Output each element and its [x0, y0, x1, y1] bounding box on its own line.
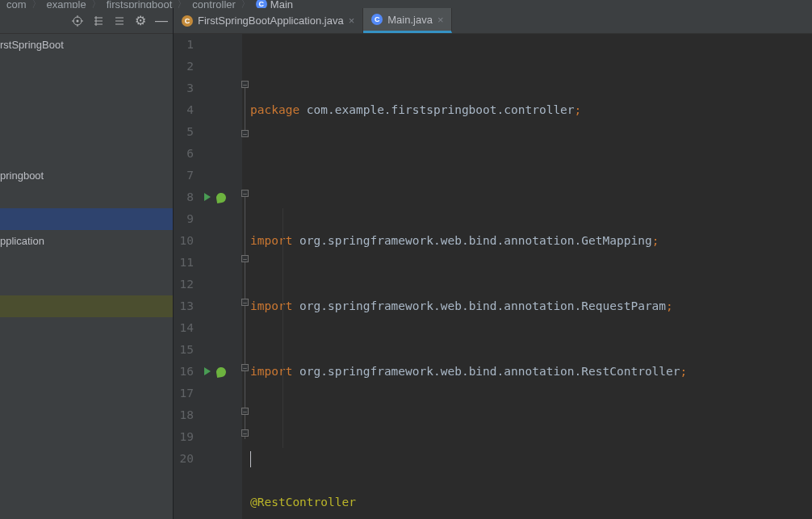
- tree-item: [0, 143, 173, 165]
- project-tree[interactable]: rstSpringBoot pringboot pplication: [0, 34, 173, 519]
- gutter-icons: [202, 34, 242, 519]
- class-icon: C: [182, 15, 193, 27]
- tree-item-active: [0, 295, 173, 317]
- fold-marker[interactable]: –: [241, 429, 249, 437]
- tree-item: [0, 56, 173, 77]
- fold-gutter[interactable]: – – – – – – – –: [242, 34, 250, 519]
- code-editor[interactable]: 12345 678910 1112131415 1617181920 – – –…: [174, 34, 812, 519]
- collapse-all-icon[interactable]: [113, 15, 126, 27]
- code-content[interactable]: package com.example.firstspringboot.cont…: [250, 34, 812, 519]
- close-icon[interactable]: ×: [437, 14, 444, 26]
- hide-icon[interactable]: —: [155, 15, 168, 27]
- editor-area: C FirstSpringBootApplication.java × C Ma…: [174, 8, 812, 519]
- tree-item: [0, 186, 173, 208]
- class-icon: C: [371, 14, 383, 25]
- breadcrumb: com 〉 example 〉 firstspringboot 〉 contro…: [0, 0, 812, 8]
- locate-icon[interactable]: [71, 15, 84, 27]
- run-icon[interactable]: [203, 366, 215, 378]
- fold-marker[interactable]: –: [241, 255, 249, 262]
- settings-icon[interactable]: ⚙: [134, 15, 147, 27]
- run-icon[interactable]: [203, 192, 215, 203]
- fold-marker[interactable]: –: [241, 299, 249, 306]
- close-icon[interactable]: ×: [349, 15, 355, 27]
- line-number-gutter: 12345 678910 1112131415 1617181920: [174, 34, 202, 519]
- tree-item: [0, 252, 173, 274]
- tab-main[interactable]: C Main.java ×: [363, 8, 452, 33]
- fold-marker[interactable]: –: [241, 408, 249, 415]
- fold-marker[interactable]: –: [241, 130, 249, 137]
- tab-first-spring-boot-application[interactable]: C FirstSpringBootApplication.java ×: [174, 8, 363, 33]
- expand-all-icon[interactable]: [92, 15, 105, 27]
- tree-item: pplication: [0, 230, 173, 252]
- tree-item: rstSpringBoot: [0, 34, 173, 56]
- tree-item: [0, 274, 173, 295]
- project-tree-sidebar: ⚙ — rstSpringBoot pringboot pplication: [0, 8, 174, 519]
- fold-marker[interactable]: –: [241, 81, 249, 88]
- tree-item: [0, 99, 173, 121]
- editor-tabs: C FirstSpringBootApplication.java × C Ma…: [174, 8, 812, 34]
- spring-icon[interactable]: [216, 192, 227, 203]
- tree-item: [0, 77, 173, 99]
- spring-icon[interactable]: [216, 366, 227, 378]
- fold-marker[interactable]: –: [241, 190, 249, 197]
- tree-item: pringboot: [0, 165, 173, 186]
- fold-marker[interactable]: –: [241, 364, 249, 371]
- sidebar-toolbar: ⚙ —: [0, 8, 173, 34]
- text-caret: [250, 451, 251, 467]
- tree-item: [0, 121, 173, 143]
- svg-point-1: [77, 19, 79, 22]
- tree-item-selected: [0, 208, 173, 230]
